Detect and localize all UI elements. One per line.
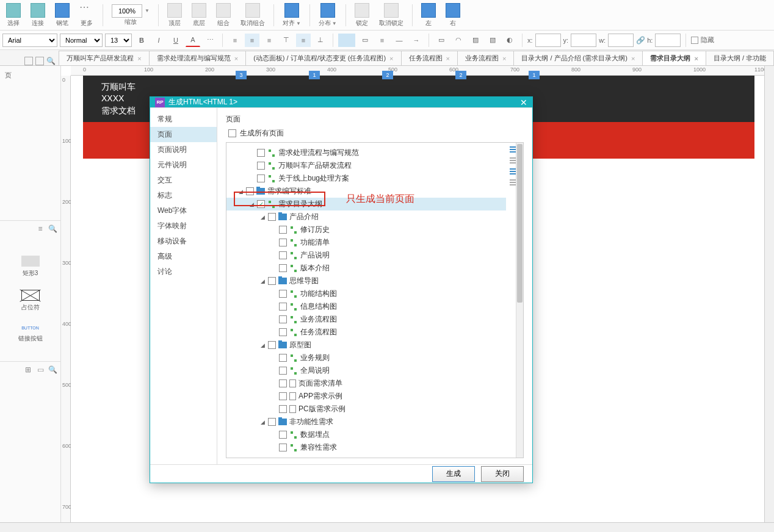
dialog-nav-item[interactable]: 常规 [150,112,217,127]
tree-row[interactable]: 任务流程图 [226,326,506,339]
expand-arrow-icon[interactable]: ◢ [237,189,244,195]
tree-row[interactable]: 版本介绍 [226,262,506,275]
expand-arrow-icon[interactable]: ◢ [259,214,266,220]
align-right-button[interactable]: ≡ [262,34,277,47]
border-width-button[interactable]: ≡ [375,34,389,47]
hidden-checkbox[interactable]: 隐藏 [691,35,714,45]
dialog-nav-item[interactable]: 讨论 [150,264,217,279]
valign-top-button[interactable]: ⊤ [279,34,294,47]
search-icon[interactable]: 🔍 [48,225,57,233]
close-icon[interactable]: × [137,55,141,62]
more-tool[interactable]: ⋯更多 [76,3,98,27]
sides-button[interactable]: ▭ [434,34,449,47]
tree-row[interactable]: 功能清单 [226,236,506,249]
expand-arrow-icon[interactable]: ◢ [259,278,266,284]
menu-icon[interactable]: ≡ [36,225,45,233]
checkbox-icon[interactable] [279,315,287,323]
opacity-button[interactable]: ◐ [502,34,517,47]
fill-button[interactable] [338,34,355,47]
checkbox-icon[interactable] [279,226,287,234]
checkbox-icon[interactable] [257,149,265,157]
tree-row[interactable]: 需求处理流程与编写规范 [226,146,506,159]
checkbox-icon[interactable] [279,392,287,400]
tree-row[interactable]: 功能结构图 [226,287,506,300]
close-icon[interactable]: × [631,55,635,62]
select-tool[interactable]: 选择 [2,3,24,27]
scrollbar-thumb[interactable] [517,144,523,303]
close-icon[interactable]: ✕ [520,98,527,107]
underline-button[interactable]: U [168,34,183,47]
document-tab[interactable]: (动态面板) / 订单流程/状态变更 (任务流程图)× [245,51,401,65]
close-icon[interactable]: × [234,55,238,62]
more-text-button[interactable]: ⋯ [203,34,217,47]
dialog-nav-item[interactable]: 高级 [150,249,217,264]
group-tool[interactable]: 组合 [212,3,234,27]
x-input[interactable] [535,34,561,47]
pen-tool[interactable]: 钢笔 [51,3,73,27]
expand-arrow-icon[interactable]: ◢ [248,201,255,207]
checkbox-icon[interactable] [279,367,287,375]
checkbox-icon[interactable] [279,354,287,362]
send-back-tool[interactable]: 底层 [188,3,210,27]
tree-row[interactable]: ◢原型图 [226,339,506,351]
tree-row[interactable]: 业务规则 [226,351,506,364]
style-select[interactable]: Normal [60,34,103,47]
document-tab[interactable]: 需求处理流程与编写规范× [149,51,246,65]
dialog-nav-item[interactable]: 页面说明 [150,142,217,157]
dialog-nav-item[interactable]: 交互 [150,173,217,188]
valign-mid-button[interactable]: ≡ [296,34,311,47]
checkbox-icon[interactable] [268,418,276,426]
checkbox-icon[interactable] [279,379,287,387]
horizontal-scrollbar[interactable] [0,522,774,532]
align-left-button[interactable]: ≡ [228,34,242,47]
checkbox-icon[interactable] [268,341,276,349]
close-icon[interactable]: × [446,55,450,62]
italic-button[interactable]: I [151,34,166,47]
checkbox-icon[interactable] [279,290,287,298]
checkbox-icon[interactable] [279,431,287,439]
chevron-down-icon[interactable]: ▼ [145,8,150,13]
lock-tool[interactable]: 锁定 [351,3,373,27]
dialog-nav-item[interactable]: 移动设备 [150,234,217,249]
w-input[interactable] [608,34,634,47]
tree-row[interactable]: ◢思维导图 [226,275,506,287]
new-page-icon[interactable] [24,57,33,65]
checkbox-icon[interactable] [279,239,287,246]
add-icon[interactable]: ⊞ [24,365,32,374]
border-color-button[interactable]: ▭ [358,34,372,47]
dialog-nav-item[interactable]: 字体映射 [150,218,217,234]
page-tree[interactable]: 需求处理流程与编写规范万顺叫车产品研发流程关于线上bug处理方案◢需求编写标准◢… [226,143,506,458]
generate-all-checkbox[interactable]: 生成所有页面 [226,128,524,138]
font-select[interactable]: Arial [2,34,57,47]
tree-row[interactable]: ◢非功能性需求 [226,415,506,428]
size-select[interactable]: 13 [105,34,132,47]
shadow-in-button[interactable]: ▧ [485,34,500,47]
checkbox-icon[interactable] [279,328,287,336]
folder-icon[interactable]: ▭ [36,365,45,374]
text-color-button[interactable]: A [186,34,200,47]
document-tab[interactable]: 目录大纲 / 产品介绍 (需求目录大纲)× [513,51,643,65]
checkbox-icon[interactable] [268,213,276,221]
corner-button[interactable]: ◠ [451,34,466,47]
zoom-control[interactable]: ▼ 缩放 [108,4,153,26]
guide-marker[interactable]: 1 [529,71,540,79]
search-icon[interactable]: 🔍 [46,57,56,65]
tree-row[interactable]: 信息结构图 [226,300,506,313]
tree-row[interactable]: 产品说明 [226,249,506,262]
tree-row[interactable]: 页面需求清单 [226,377,506,390]
checkbox-icon[interactable] [279,303,287,311]
widget-rect[interactable]: 矩形3 [21,256,40,278]
close-icon[interactable]: × [502,55,506,62]
arrow-button[interactable]: → [409,34,424,47]
close-icon[interactable]: × [694,55,698,62]
guide-marker[interactable]: 2 [455,71,466,79]
document-tab[interactable]: 目录大纲 / 非功能 [706,51,774,65]
bring-front-tool[interactable]: 顶层 [164,3,186,27]
tree-row[interactable]: 数据埋点 [226,428,506,441]
connect-tool[interactable]: 连接 [27,3,49,27]
checkbox-icon[interactable] [279,251,287,259]
tree-row[interactable]: APP需求示例 [226,390,506,403]
y-input[interactable] [571,34,596,47]
dialog-nav-item[interactable]: Web字体 [150,203,217,218]
tree-row[interactable]: ◢产品介绍 [226,210,506,223]
